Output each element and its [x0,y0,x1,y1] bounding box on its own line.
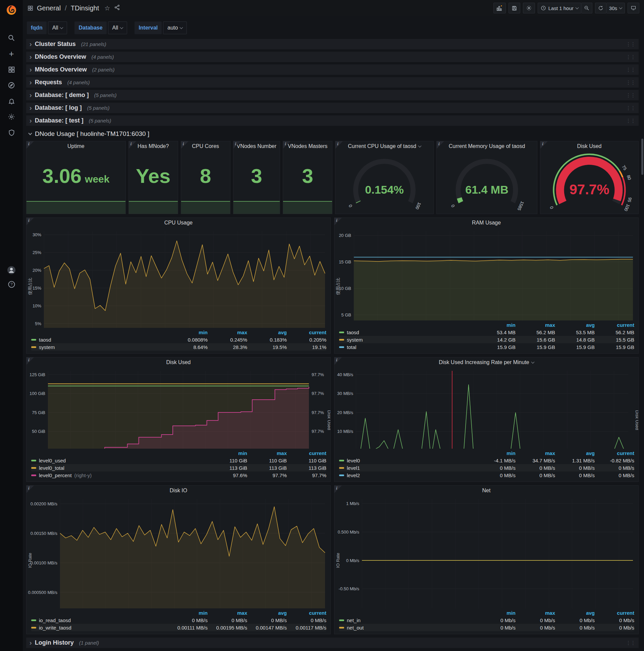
panel-title[interactable]: Current Memory Usage of taosd [437,141,537,151]
cpu-usage-gauge[interactable]: 01000.154% [335,151,433,214]
variable-label[interactable]: fqdn [27,22,46,34]
panel-title[interactable]: Disk Used [27,358,330,367]
panel-title[interactable]: Uptime [27,141,125,151]
legend-col-current[interactable]: current [287,330,326,335]
legend-series-toggle[interactable]: level0_used [31,458,207,463]
variable-label[interactable]: Interval [134,22,162,34]
legend-col-avg[interactable]: avg [555,450,595,456]
add-panel-button[interactable] [493,3,506,13]
row-drag-handle[interactable]: ⋮⋮ [626,105,635,111]
legend-series-toggle[interactable]: level0_percent(right-y) [31,472,207,478]
legend-series-toggle[interactable]: level1 [339,465,476,471]
row-drag-handle[interactable]: ⋮⋮ [626,92,635,98]
legend-col-current[interactable]: current [595,610,634,616]
row-cluster-status[interactable]: ›Cluster Status(21 panels)⋮⋮ [26,39,639,49]
panel-info-icon[interactable]: i [334,358,342,365]
legend-col-min[interactable]: min [476,450,516,456]
panel-info-icon[interactable]: i [334,486,342,493]
disk-used-gauge[interactable]: 075809510097.7% [540,151,638,214]
alerting-bell-icon[interactable] [7,97,16,105]
scrollbar-thumb[interactable] [641,138,643,175]
legend-col-current[interactable]: current [595,450,634,456]
legend-series-toggle[interactable]: total [339,344,476,350]
legend-col-avg[interactable]: avg [247,330,287,335]
zoom-out-time-button[interactable] [581,3,592,13]
panel-info-icon[interactable]: i [334,218,342,225]
create-plus-icon[interactable]: + [7,49,16,58]
breadcrumb-section[interactable]: General [37,4,61,12]
legend-col-avg[interactable]: avg [555,610,595,616]
row-requests[interactable]: ›Requests(4 panels)⋮⋮ [26,77,639,88]
save-dashboard-button[interactable] [509,3,520,13]
row-mnodes-overview[interactable]: ›MNodes Overview(2 panels)⋮⋮ [26,64,639,75]
variable-value-dropdown[interactable]: All [108,22,127,34]
legend-series-toggle[interactable]: io_write_taosd [31,625,168,630]
cpu-usage-chart[interactable]: 30%25%20%15%10%5%0%01:0001:0501:1001:150… [27,228,330,328]
explore-compass-icon[interactable] [7,81,16,90]
net-chart[interactable]: 1 Mb/s0.500 Mb/s0 Mb/s-0.50 Mb/s-1 Mb/s0… [334,496,638,609]
legend-series-toggle[interactable]: taosd [31,337,168,343]
share-icon[interactable] [114,4,120,12]
legend-col-max[interactable]: max [207,610,247,616]
dashboard-settings-button[interactable] [523,3,535,13]
panel-info-icon[interactable]: i [283,141,290,149]
panel-title[interactable]: Disk Used [540,141,638,151]
configuration-gear-icon[interactable] [7,113,16,121]
refresh-interval-picker[interactable]: 30s [606,3,625,13]
row-login-history[interactable]: › Login History (1 panel) ⋮⋮ [26,638,639,648]
legend-col-min[interactable]: min [168,610,207,616]
legend-series-toggle[interactable]: io_read_taosd [31,617,168,623]
panel-title[interactable]: CPU Usage [27,218,330,228]
disk-increase-chart[interactable]: 40 MB/s30 MB/s20 MB/s10 MB/s0 MB/s-10 MB… [334,367,638,448]
legend-col-min[interactable]: min [168,330,207,335]
row-drag-handle[interactable]: ⋮⋮ [626,118,635,124]
row-drag-handle[interactable]: ⋮⋮ [626,640,635,646]
row-database-demo[interactable]: ›Database: [ demo ](5 panels)⋮⋮ [26,90,639,100]
panel-title[interactable]: Disk IO [27,486,330,496]
cycle-view-mode-button[interactable] [627,3,639,13]
panel-info-icon[interactable]: i [27,358,34,365]
legend-series-toggle[interactable]: level0_total [31,465,207,471]
legend-series-toggle[interactable]: level0 [339,458,476,463]
legend-col-current[interactable]: current [287,610,326,616]
panel-info-icon[interactable]: i [540,141,548,149]
legend-series-toggle[interactable]: level2 [339,472,476,478]
row-drag-handle[interactable]: ⋮⋮ [626,80,635,86]
panel-title[interactable]: Net [334,486,638,496]
legend-col-min[interactable]: min [476,610,516,616]
legend-series-toggle[interactable]: taosd [339,330,476,335]
panel-info-icon[interactable]: i [27,486,34,493]
server-admin-shield-icon[interactable] [7,128,16,137]
legend-series-toggle[interactable]: net_out [339,625,476,630]
legend-col-current[interactable]: current [287,450,326,456]
user-avatar[interactable] [7,266,16,275]
panel-menu-chevron-icon[interactable] [531,361,534,364]
legend-col-max[interactable]: max [516,450,555,456]
time-range-picker[interactable]: Last 1 hour [538,3,581,13]
favorite-star-icon[interactable]: ☆ [104,4,110,12]
row-drag-handle[interactable]: ⋮⋮ [626,41,635,47]
panel-info-icon[interactable]: i [27,218,34,225]
variable-value-dropdown[interactable]: All [48,22,67,34]
variable-value-dropdown[interactable]: auto [163,22,187,34]
panel-info-icon[interactable]: i [335,141,343,149]
dashboard-title[interactable]: TDinsight [71,4,99,12]
panel-info-icon[interactable]: i [437,141,444,149]
row-database-test[interactable]: ›Database: [ test ](5 panels)⋮⋮ [26,116,639,126]
legend-series-toggle[interactable]: net_in [339,617,476,623]
legend-series-toggle[interactable]: system [339,337,476,343]
disk-used-chart[interactable]: 125 GiB97.7%100 GiB97.7%75 GiB97.7%50 Gi… [27,367,330,448]
help-icon[interactable]: ? [7,280,16,288]
panel-info-icon[interactable]: i [233,141,241,149]
disk-io-chart[interactable]: 0.00200 MB/s0.00150 MB/s0.00100 MB/s0.00… [27,496,330,609]
legend-series-toggle[interactable]: system [31,344,168,350]
panel-menu-chevron-icon[interactable] [418,144,421,148]
row-database-log[interactable]: ›Database: [ log ](5 panels)⋮⋮ [26,103,639,113]
panel-title[interactable]: RAM Usage [334,218,638,228]
memory-usage-gauge[interactable]: 0158561.4 MB [437,151,537,214]
legend-col-max[interactable]: max [207,330,247,335]
legend-col-max[interactable]: max [516,610,555,616]
dashboards-icon[interactable] [7,65,16,74]
legend-col-avg[interactable]: avg [555,322,595,328]
panel-info-icon[interactable]: i [27,141,34,149]
